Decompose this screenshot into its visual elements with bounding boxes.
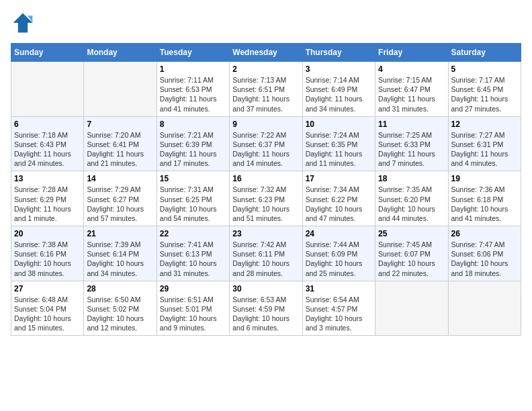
cell-info: Sunrise: 7:13 AMSunset: 6:51 PMDaylight:… — [232, 75, 299, 113]
table-row: 27Sunrise: 6:48 AMSunset: 5:04 PMDayligh… — [11, 281, 84, 336]
calendar-table: SundayMondayTuesdayWednesdayThursdayFrid… — [11, 43, 521, 336]
cell-info: Sunrise: 7:32 AMSunset: 6:23 PMDaylight:… — [232, 185, 299, 223]
table-row: 7Sunrise: 7:20 AMSunset: 6:41 PMDaylight… — [84, 116, 157, 171]
day-header-sunday: Sunday — [11, 44, 84, 62]
cell-info: Sunrise: 6:48 AMSunset: 5:04 PMDaylight:… — [14, 295, 81, 333]
day-number: 8 — [160, 120, 226, 129]
table-row: 14Sunrise: 7:29 AMSunset: 6:27 PMDayligh… — [84, 171, 157, 226]
logo — [11, 11, 38, 35]
cell-info: Sunrise: 6:53 AMSunset: 4:59 PMDaylight:… — [232, 295, 299, 333]
day-number: 3 — [306, 64, 372, 74]
table-row: 21Sunrise: 7:39 AMSunset: 6:14 PMDayligh… — [84, 226, 157, 281]
table-row: 1Sunrise: 7:11 AMSunset: 6:53 PMDaylight… — [157, 62, 229, 117]
day-number: 19 — [451, 174, 518, 183]
cell-info: Sunrise: 7:36 AMSunset: 6:18 PMDaylight:… — [451, 185, 518, 223]
day-number: 6 — [14, 120, 81, 129]
table-row: 25Sunrise: 7:45 AMSunset: 6:07 PMDayligh… — [375, 226, 448, 281]
day-number: 27 — [14, 284, 81, 293]
day-number: 22 — [160, 229, 226, 238]
table-row: 26Sunrise: 7:47 AMSunset: 6:06 PMDayligh… — [448, 226, 521, 281]
day-number: 13 — [14, 174, 81, 183]
cell-info: Sunrise: 6:50 AMSunset: 5:02 PMDaylight:… — [87, 295, 153, 333]
logo-icon — [11, 11, 35, 35]
cell-info: Sunrise: 7:27 AMSunset: 6:31 PMDaylight:… — [451, 130, 518, 169]
cell-info: Sunrise: 7:17 AMSunset: 6:45 PMDaylight:… — [451, 75, 518, 113]
day-number: 29 — [160, 284, 226, 293]
table-row — [448, 281, 521, 336]
day-number: 12 — [451, 120, 518, 129]
table-row: 6Sunrise: 7:18 AMSunset: 6:43 PMDaylight… — [11, 116, 84, 171]
cell-info: Sunrise: 7:35 AMSunset: 6:20 PMDaylight:… — [378, 185, 445, 223]
cell-info: Sunrise: 7:15 AMSunset: 6:47 PMDaylight:… — [378, 75, 445, 113]
cell-info: Sunrise: 7:24 AMSunset: 6:35 PMDaylight:… — [306, 130, 372, 169]
day-number: 1 — [160, 64, 226, 74]
page-header — [11, 11, 521, 35]
table-row: 4Sunrise: 7:15 AMSunset: 6:47 PMDaylight… — [375, 62, 448, 117]
cell-info: Sunrise: 7:28 AMSunset: 6:29 PMDaylight:… — [14, 185, 81, 223]
day-number: 28 — [87, 284, 153, 293]
table-row: 11Sunrise: 7:25 AMSunset: 6:33 PMDayligh… — [375, 116, 448, 171]
day-number: 31 — [306, 284, 372, 293]
table-row: 8Sunrise: 7:21 AMSunset: 6:39 PMDaylight… — [157, 116, 229, 171]
table-row: 5Sunrise: 7:17 AMSunset: 6:45 PMDaylight… — [448, 62, 521, 117]
day-number: 7 — [87, 120, 153, 129]
table-row: 30Sunrise: 6:53 AMSunset: 4:59 PMDayligh… — [230, 281, 302, 336]
day-number: 30 — [232, 284, 299, 293]
table-row: 2Sunrise: 7:13 AMSunset: 6:51 PMDaylight… — [230, 62, 302, 117]
table-row: 15Sunrise: 7:31 AMSunset: 6:25 PMDayligh… — [157, 171, 229, 226]
table-row: 18Sunrise: 7:35 AMSunset: 6:20 PMDayligh… — [375, 171, 448, 226]
day-header-monday: Monday — [84, 44, 157, 62]
day-header-wednesday: Wednesday — [230, 44, 302, 62]
day-number: 26 — [451, 229, 518, 238]
table-row — [375, 281, 448, 336]
cell-info: Sunrise: 7:21 AMSunset: 6:39 PMDaylight:… — [160, 130, 226, 169]
cell-info: Sunrise: 7:41 AMSunset: 6:13 PMDaylight:… — [160, 240, 226, 278]
day-number: 15 — [160, 174, 226, 183]
table-row: 29Sunrise: 6:51 AMSunset: 5:01 PMDayligh… — [157, 281, 229, 336]
cell-info: Sunrise: 7:47 AMSunset: 6:06 PMDaylight:… — [451, 240, 518, 278]
day-number: 4 — [378, 64, 445, 74]
day-header-tuesday: Tuesday — [157, 44, 229, 62]
day-number: 2 — [232, 64, 299, 74]
day-number: 16 — [232, 174, 299, 183]
table-row: 10Sunrise: 7:24 AMSunset: 6:35 PMDayligh… — [302, 116, 375, 171]
day-header-friday: Friday — [375, 44, 448, 62]
table-row: 22Sunrise: 7:41 AMSunset: 6:13 PMDayligh… — [157, 226, 229, 281]
day-number: 10 — [306, 120, 372, 129]
cell-info: Sunrise: 7:34 AMSunset: 6:22 PMDaylight:… — [306, 185, 372, 223]
day-number: 23 — [232, 229, 299, 238]
day-number: 24 — [306, 229, 372, 238]
cell-info: Sunrise: 7:39 AMSunset: 6:14 PMDaylight:… — [87, 240, 153, 278]
cell-info: Sunrise: 7:18 AMSunset: 6:43 PMDaylight:… — [14, 130, 81, 169]
cell-info: Sunrise: 6:54 AMSunset: 4:57 PMDaylight:… — [306, 295, 372, 333]
cell-info: Sunrise: 7:42 AMSunset: 6:11 PMDaylight:… — [232, 240, 299, 278]
day-number: 20 — [14, 229, 81, 238]
cell-info: Sunrise: 7:44 AMSunset: 6:09 PMDaylight:… — [306, 240, 372, 278]
table-row: 13Sunrise: 7:28 AMSunset: 6:29 PMDayligh… — [11, 171, 84, 226]
table-row: 20Sunrise: 7:38 AMSunset: 6:16 PMDayligh… — [11, 226, 84, 281]
table-row: 23Sunrise: 7:42 AMSunset: 6:11 PMDayligh… — [230, 226, 302, 281]
day-number: 11 — [378, 120, 445, 129]
day-number: 9 — [232, 120, 299, 129]
cell-info: Sunrise: 7:31 AMSunset: 6:25 PMDaylight:… — [160, 185, 226, 223]
day-number: 14 — [87, 174, 153, 183]
day-header-thursday: Thursday — [302, 44, 375, 62]
cell-info: Sunrise: 7:25 AMSunset: 6:33 PMDaylight:… — [378, 130, 445, 169]
table-row: 24Sunrise: 7:44 AMSunset: 6:09 PMDayligh… — [302, 226, 375, 281]
table-row: 12Sunrise: 7:27 AMSunset: 6:31 PMDayligh… — [448, 116, 521, 171]
cell-info: Sunrise: 7:22 AMSunset: 6:37 PMDaylight:… — [232, 130, 299, 169]
cell-info: Sunrise: 7:29 AMSunset: 6:27 PMDaylight:… — [87, 185, 153, 223]
table-row: 16Sunrise: 7:32 AMSunset: 6:23 PMDayligh… — [230, 171, 302, 226]
table-row: 28Sunrise: 6:50 AMSunset: 5:02 PMDayligh… — [84, 281, 157, 336]
day-number: 18 — [378, 174, 445, 183]
table-row: 9Sunrise: 7:22 AMSunset: 6:37 PMDaylight… — [230, 116, 302, 171]
table-row — [11, 62, 84, 117]
table-row — [84, 62, 157, 117]
table-row: 19Sunrise: 7:36 AMSunset: 6:18 PMDayligh… — [448, 171, 521, 226]
day-header-saturday: Saturday — [448, 44, 521, 62]
day-number: 5 — [451, 64, 518, 74]
cell-info: Sunrise: 7:14 AMSunset: 6:49 PMDaylight:… — [306, 75, 372, 113]
day-number: 21 — [87, 229, 153, 238]
cell-info: Sunrise: 7:45 AMSunset: 6:07 PMDaylight:… — [378, 240, 445, 278]
cell-info: Sunrise: 7:11 AMSunset: 6:53 PMDaylight:… — [160, 75, 226, 113]
